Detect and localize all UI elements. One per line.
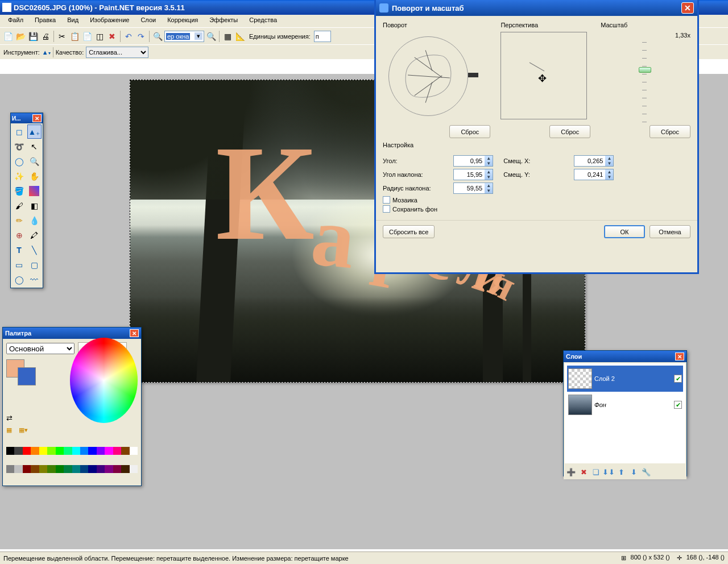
menu-tools[interactable]: Средства bbox=[243, 15, 283, 27]
units-select[interactable]: п bbox=[314, 31, 331, 42]
tile-checkbox[interactable]: Мозаика bbox=[383, 196, 493, 204]
menu-layers[interactable]: Слои bbox=[135, 15, 162, 27]
deselect-icon[interactable]: ✖ bbox=[106, 31, 118, 42]
crop-icon[interactable]: ◫ bbox=[94, 31, 105, 42]
close-icon[interactable]: ✕ bbox=[130, 329, 139, 337]
copy-icon[interactable]: 📋 bbox=[69, 31, 80, 42]
angle-input[interactable]: ▲▼ bbox=[453, 155, 493, 167]
palette-mode-select[interactable]: Основной bbox=[6, 343, 75, 354]
swap-icon[interactable]: ⇄ bbox=[6, 414, 36, 422]
undo-icon[interactable]: ↶ bbox=[123, 31, 134, 42]
layer-row[interactable]: Фон ✔ bbox=[567, 392, 683, 418]
layer-add-icon[interactable]: ➕ bbox=[565, 466, 577, 478]
layer-up-icon[interactable]: ⬆ bbox=[615, 466, 627, 478]
dialog-icon bbox=[379, 3, 388, 13]
reset-persp-button[interactable]: Сброс bbox=[549, 125, 590, 138]
layer-merge-icon[interactable]: ⬇⬇ bbox=[603, 466, 614, 478]
zoomin-icon[interactable]: 🔍 bbox=[205, 31, 217, 42]
radius-input[interactable]: ▲▼ bbox=[453, 183, 493, 194]
eraser-tool-icon[interactable]: ◧ bbox=[27, 198, 42, 213]
text-tool-icon[interactable]: T bbox=[12, 243, 26, 257]
menu-image[interactable]: Изображение bbox=[84, 15, 135, 27]
freeform-tool-icon[interactable]: 〰 bbox=[27, 272, 42, 287]
scale-value: 1,33x bbox=[601, 32, 690, 39]
palette-add-icon[interactable]: ▦ bbox=[6, 426, 16, 437]
zoom-select[interactable]: ер окна ▾ bbox=[164, 31, 204, 42]
layer-delete-icon[interactable]: ✖ bbox=[578, 466, 589, 478]
tilt-input[interactable]: ▲▼ bbox=[453, 169, 493, 180]
clone-tool-icon[interactable]: ⊕ bbox=[12, 228, 26, 242]
print-icon[interactable]: 🖨 bbox=[40, 31, 51, 42]
menu-edit[interactable]: Правка bbox=[29, 15, 61, 27]
save-icon[interactable]: 💾 bbox=[27, 31, 39, 42]
move-icon[interactable]: ✥ bbox=[538, 72, 547, 85]
status-size: ⊞ 800 () x 532 () bbox=[621, 554, 670, 562]
keepbg-checkbox[interactable]: Сохранить фон bbox=[383, 205, 493, 213]
bucket-tool-icon[interactable]: 🪣 bbox=[12, 184, 26, 198]
color-wheel[interactable] bbox=[70, 338, 138, 423]
offy-input[interactable]: ▲▼ bbox=[574, 169, 614, 180]
move-select-tool-icon[interactable]: ▲₊ bbox=[27, 125, 42, 139]
ruler-icon[interactable]: 📐 bbox=[234, 31, 246, 42]
ellipse-tool-icon[interactable]: ◯ bbox=[12, 272, 26, 287]
palette-window[interactable]: Палитра ✕ Основной Больше >> ⇄ ▦ ▦▾ bbox=[2, 327, 142, 486]
reset-all-button[interactable]: Сбросить все bbox=[383, 225, 435, 238]
rotate-widget[interactable] bbox=[383, 32, 485, 123]
open-icon[interactable]: 📂 bbox=[15, 31, 26, 42]
layer-down-icon[interactable]: ⬇ bbox=[628, 466, 639, 478]
layer-props-icon[interactable]: 🔧 bbox=[640, 466, 652, 478]
close-icon[interactable]: ✕ bbox=[32, 114, 42, 122]
paste-icon[interactable]: 📄 bbox=[81, 31, 93, 42]
new-icon[interactable]: 📄 bbox=[2, 31, 14, 42]
current-tool-icon[interactable]: ▲▾ bbox=[42, 49, 51, 56]
gradient-tool-icon[interactable] bbox=[29, 186, 39, 196]
palette-row-1[interactable] bbox=[6, 447, 138, 455]
roundrect-tool-icon[interactable]: ▢ bbox=[27, 258, 42, 272]
layer-visible-checkbox[interactable]: ✔ bbox=[674, 375, 682, 383]
status-help: Перемещение выделенной области. Перемеще… bbox=[3, 555, 614, 562]
recolor-tool-icon[interactable]: 🖍 bbox=[27, 228, 42, 242]
menu-file[interactable]: Файл bbox=[2, 15, 29, 27]
rect-select-tool-icon[interactable]: ◻ bbox=[12, 125, 26, 139]
lasso-tool-icon[interactable]: ➰ bbox=[12, 139, 26, 154]
cancel-button[interactable]: Отмена bbox=[650, 225, 690, 238]
pencil-tool-icon[interactable]: ✏ bbox=[12, 213, 26, 227]
zoomout-icon[interactable]: 🔍 bbox=[152, 31, 163, 42]
palette-row-2[interactable] bbox=[6, 465, 138, 473]
quality-select[interactable]: Сглажива... bbox=[86, 47, 148, 58]
layer-row[interactable]: Слой 2 ✔ bbox=[567, 366, 683, 392]
brush-tool-icon[interactable]: 🖌 bbox=[12, 198, 26, 213]
line-tool-icon[interactable]: ╲ bbox=[27, 243, 42, 257]
close-icon[interactable]: ✕ bbox=[675, 353, 684, 360]
move-tool-icon[interactable]: ↖ bbox=[27, 139, 42, 154]
status-bar: Перемещение выделенной области. Перемеще… bbox=[0, 551, 728, 564]
layer-dup-icon[interactable]: ❏ bbox=[590, 466, 602, 478]
close-icon[interactable]: ✕ bbox=[681, 2, 694, 14]
redo-icon[interactable]: ↷ bbox=[135, 31, 147, 42]
tools-window[interactable]: И... ✕ ◻ ▲₊ ➰ ↖ ◯ 🔍 ✨ ✋ 🪣 🖌 ◧ ✏ 💧 ⊕ 🖍 T … bbox=[10, 113, 43, 288]
menu-adjust[interactable]: Коррекция bbox=[162, 15, 204, 27]
ellipse-select-tool-icon[interactable]: ◯ bbox=[12, 154, 26, 168]
layer-visible-checkbox[interactable]: ✔ bbox=[674, 401, 682, 409]
reset-scale-button[interactable]: Сброс bbox=[650, 125, 690, 138]
offx-input[interactable]: ▲▼ bbox=[574, 155, 614, 167]
rotate-zoom-dialog[interactable]: Поворот и масштаб ✕ Поворот Сброс bbox=[374, 0, 699, 274]
pan-tool-icon[interactable]: ✋ bbox=[27, 169, 42, 183]
tilt-label: Угол наклона: bbox=[383, 171, 450, 178]
ok-button[interactable]: ОК bbox=[604, 225, 645, 238]
perspective-widget[interactable]: ✥ bbox=[500, 32, 587, 119]
scale-slider[interactable] bbox=[642, 42, 649, 122]
zoom-tool-icon[interactable]: 🔍 bbox=[27, 154, 42, 168]
grid-icon[interactable]: ▦ bbox=[222, 31, 233, 42]
menu-view[interactable]: Вид bbox=[61, 15, 84, 27]
overlay-text: К bbox=[216, 114, 315, 271]
menu-effects[interactable]: Эффекты bbox=[204, 15, 243, 27]
layers-window[interactable]: Слои ✕ Слой 2 ✔ Фон ✔ ➕ ✖ ❏ ⬇⬇ ⬆ ⬇ 🔧 bbox=[563, 350, 687, 476]
rect-tool-icon[interactable]: ▭ bbox=[12, 258, 26, 272]
swatch-primary[interactable] bbox=[6, 359, 36, 385]
wand-tool-icon[interactable]: ✨ bbox=[12, 169, 26, 183]
picker-tool-icon[interactable]: 💧 bbox=[27, 213, 42, 227]
reset-rotate-button[interactable]: Сброс bbox=[449, 125, 490, 138]
palette-menu-icon[interactable]: ▦▾ bbox=[19, 426, 29, 437]
cut-icon[interactable]: ✂ bbox=[56, 31, 68, 42]
